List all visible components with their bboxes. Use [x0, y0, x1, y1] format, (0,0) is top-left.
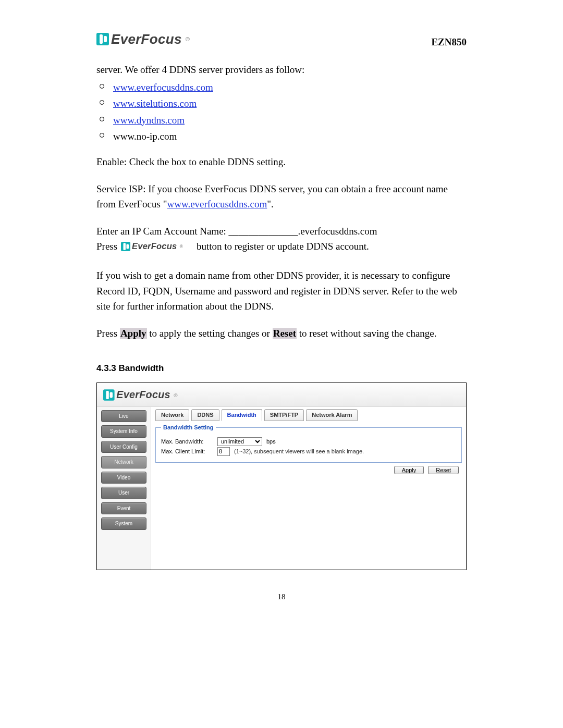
ddns-link-noip: www.no-ip.com [113, 131, 177, 142]
apply-button[interactable]: Apply [394, 466, 424, 474]
service-isp-link[interactable]: www.everfocusddns.com [167, 199, 267, 209]
ui-logo: EverFocus ® [103, 387, 177, 403]
tab-smtp-ftp[interactable]: SMTP/FTP [264, 409, 304, 421]
press-suffix: button to register or update DDNS accoun… [197, 241, 369, 252]
intro-text: server. We offer 4 DDNS server providers… [96, 62, 467, 77]
everfocus-mark-icon [103, 390, 115, 401]
max-client-limit-label: Max. Client Limit: [161, 447, 213, 456]
bandwidth-setting-group: Bandwidth Setting Max. Bandwidth: unlimi… [155, 423, 462, 463]
enable-text: Enable: Check the box to enable DDNS set… [96, 154, 467, 169]
ui-sidebar: Live System Info User Config Network Vid… [97, 407, 151, 570]
sidebar-item-event[interactable]: Event [101, 502, 146, 515]
sidebar-item-system[interactable]: System [101, 517, 146, 530]
ddns-provider-list: www.everfocusddns.com www.sitelutions.co… [96, 80, 467, 144]
sidebar-item-system-info[interactable]: System Info [101, 425, 146, 438]
page-header: EverFocus ® EZN850 [96, 29, 467, 50]
ui-topbar: EverFocus ® [97, 383, 466, 406]
account-entry-block: Enter an IP Cam Account Name: __________… [96, 224, 467, 257]
ddns-link-everfocus[interactable]: www.everfocusddns.com [113, 82, 213, 93]
ddns-link-sitelutions[interactable]: www.sitelutions.com [113, 98, 197, 109]
bandwidth-unit: bps [266, 437, 276, 446]
tab-network-alarm[interactable]: Network Alarm [306, 409, 358, 421]
other-provider-text: If you wish to get a domain name from ot… [96, 268, 467, 314]
sidebar-item-user-config[interactable]: User Config [101, 441, 146, 453]
reset-word: Reset [273, 328, 297, 339]
bandwidth-ui-frame: EverFocus ® Live System Info User Config… [96, 382, 467, 570]
service-isp-text: Service ISP: If you choose EverFocus DDN… [96, 181, 467, 212]
inline-brand-word: EverFocus [132, 240, 177, 253]
registered-icon: ® [174, 391, 177, 399]
tab-bandwidth[interactable]: Bandwidth [222, 409, 262, 421]
account-entry-label: Enter an IP Cam Account Name: __________… [96, 226, 377, 237]
reset-button[interactable]: Reset [428, 466, 459, 474]
model-number: EZN850 [431, 34, 467, 50]
ui-main-pane: Network DDNS Bandwidth SMTP/FTP Network … [151, 407, 466, 570]
registered-icon: ® [186, 35, 190, 44]
max-bandwidth-label: Max. Bandwidth: [161, 437, 213, 446]
max-bandwidth-select[interactable]: unlimited [217, 437, 262, 446]
client-limit-hint: (1~32), subsequent viewers will see a bl… [234, 447, 364, 456]
registered-icon: ® [180, 243, 183, 250]
apply-reset-text: Press Apply to apply the setting changes… [96, 326, 467, 341]
sidebar-item-network[interactable]: Network [101, 456, 146, 468]
ui-brand-word: EverFocus [116, 387, 170, 403]
sidebar-item-video[interactable]: Video [101, 472, 146, 484]
apply-word: Apply [120, 328, 147, 339]
tab-ddns[interactable]: DDNS [191, 409, 219, 421]
brand-word: EverFocus [111, 29, 182, 50]
everfocus-mark-icon [121, 242, 130, 251]
everfocus-logo: EverFocus ® [96, 29, 190, 50]
page-number: 18 [96, 591, 467, 603]
ui-tabs: Network DDNS Bandwidth SMTP/FTP Network … [155, 409, 462, 421]
section-heading-bandwidth: 4.3.3 Bandwidth [96, 362, 467, 375]
press-prefix: Press [96, 241, 120, 252]
group-legend: Bandwidth Setting [161, 423, 216, 432]
tab-network[interactable]: Network [155, 409, 189, 421]
ddns-link-dyndns[interactable]: www.dyndns.com [113, 115, 185, 126]
sidebar-item-user[interactable]: User [101, 487, 146, 499]
everfocus-mark-icon [96, 33, 109, 45]
sidebar-item-live[interactable]: Live [101, 410, 146, 423]
inline-everfocus-button[interactable]: EverFocus ® [121, 240, 183, 253]
max-client-limit-input[interactable] [217, 447, 230, 456]
